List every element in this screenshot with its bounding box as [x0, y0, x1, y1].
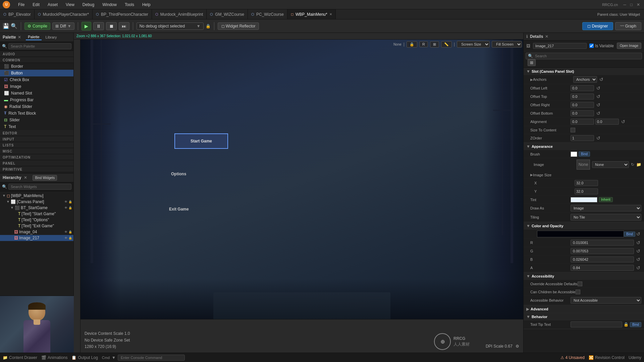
tab-pc-wiz[interactable]: ⬡ PC_WizCourse	[248, 9, 287, 19]
details-brush-swatch[interactable]	[571, 152, 577, 157]
diff-button[interactable]: ⊞ Diff ▼	[52, 22, 74, 30]
canvas-lock-btn[interactable]: 🔒	[407, 41, 417, 48]
toolbar-icon-find[interactable]: 🔍	[11, 23, 17, 29]
palette-tab-palette[interactable]: Palette	[26, 34, 41, 40]
details-is-variable-checkbox[interactable]	[589, 44, 594, 48]
hier-action-lock-img217[interactable]: 🔒	[68, 236, 72, 240]
canvas-options-widget[interactable]: Options	[171, 169, 186, 177]
cmd-input[interactable]	[118, 355, 185, 361]
palette-tab-library[interactable]: Library	[44, 35, 59, 40]
hierarchy-search-input[interactable]	[8, 184, 71, 190]
status-brand[interactable]: Udemy	[629, 355, 641, 360]
details-image-y-input[interactable]	[575, 188, 598, 194]
status-revision[interactable]: 🔀 Revision Control	[589, 355, 625, 360]
details-widget-name-input[interactable]	[533, 43, 587, 49]
details-accessibility-header[interactable]: ▼ Accessibility	[524, 273, 644, 280]
details-tint-inherit-btn[interactable]: Inherit	[599, 197, 613, 202]
details-r-reset[interactable]: ↺	[635, 240, 641, 245]
tab-murdock-player[interactable]: ⬡ MurdockPlayerCharacter*	[35, 9, 93, 19]
details-anchors-reset[interactable]: ↺	[598, 77, 604, 82]
canvas-start-game-widget[interactable]: Start Game	[174, 133, 228, 149]
details-alignment-y-input[interactable]	[595, 119, 619, 125]
details-r-input[interactable]	[571, 240, 634, 246]
canvas-screen-size-select[interactable]: Screen Size	[457, 41, 490, 48]
hier-item-text-startgame[interactable]: ▶ T [Text] "Start Game"	[0, 211, 73, 217]
hier-item-image04[interactable]: ▶ 🖼 Image_04 👁 🔒	[0, 229, 73, 235]
details-offset-top-reset[interactable]: ↺	[595, 94, 601, 99]
palette-item-progress-bar[interactable]: ▬ Progress Bar	[0, 97, 73, 103]
menu-window[interactable]: Window	[100, 2, 119, 8]
graph-button[interactable]: 〰 Graph	[615, 22, 641, 30]
details-behavior-header[interactable]: ▼ Behavior	[524, 313, 644, 320]
hier-item-wbp[interactable]: ▼ ◻ [WBP_MainMenu]	[0, 193, 73, 199]
details-offset-right-reset[interactable]: ↺	[595, 102, 601, 108]
canvas-fill-screen-select[interactable]: Fill Screen	[492, 41, 522, 48]
details-override-checkbox[interactable]	[578, 282, 582, 286]
hier-action-lock-img04[interactable]: 🔒	[68, 230, 72, 234]
details-offset-right-input[interactable]	[571, 102, 594, 108]
palette-item-slider[interactable]: ⊟ Slider	[0, 117, 73, 123]
details-close-icon[interactable]: ✕	[545, 34, 548, 39]
palette-close-icon[interactable]: ✕	[18, 35, 21, 40]
menu-debug[interactable]: Debug	[80, 2, 96, 8]
hier-action-eye-canvas[interactable]: 👁	[64, 200, 67, 203]
menu-help[interactable]: Help	[140, 2, 153, 8]
palette-item-image[interactable]: 🖼 Image	[0, 83, 73, 90]
details-image-browse-icon[interactable]: 📁	[636, 162, 641, 167]
details-behavior-select[interactable]: Not Accessible	[571, 297, 641, 304]
compile-button[interactable]: ⚙ Compile	[24, 22, 50, 30]
details-g-reset[interactable]: ↺	[635, 248, 641, 254]
canvas-ruler-btn[interactable]: 📏	[441, 41, 452, 48]
center-canvas[interactable]: Zoom +2 886 x 367 Selection: 1,021.02 x …	[74, 33, 523, 353]
menu-view[interactable]: View	[64, 2, 76, 8]
canvas-exit-game-widget[interactable]: Exit Game	[169, 204, 189, 213]
close-btn[interactable]: ✕	[635, 2, 641, 7]
hier-action-lock-bt[interactable]: 🔒	[68, 206, 72, 209]
details-g-input[interactable]	[571, 248, 634, 254]
details-slot-header[interactable]: ▼ Slot (Canvas Panel Slot)	[524, 68, 644, 75]
hier-action-eye-img04[interactable]: 👁	[64, 230, 67, 234]
details-b-reset[interactable]: ↺	[635, 257, 641, 262]
details-offset-left-reset[interactable]: ↺	[595, 85, 601, 91]
details-open-image-btn[interactable]: Open Image	[617, 43, 641, 49]
canvas-grid-btn[interactable]: ⊞	[430, 41, 439, 48]
details-tint-swatch[interactable]	[571, 197, 597, 202]
details-anchors-select[interactable]: Anchors	[573, 76, 597, 83]
details-offset-bottom-reset[interactable]: ↺	[595, 111, 601, 116]
toolbar-icon-save[interactable]: 💾	[3, 23, 9, 29]
tab-close-wbp[interactable]: ✕	[329, 12, 332, 16]
palette-item-rich-text[interactable]: Ŧ Rich Text Block	[0, 110, 73, 117]
step-button[interactable]: ⏭	[119, 22, 129, 30]
details-offset-left-input[interactable]	[571, 85, 594, 91]
details-zorder-input[interactable]	[571, 135, 594, 141]
details-offset-top-input[interactable]	[571, 94, 594, 100]
details-is-variable-label[interactable]: Is Variable	[589, 44, 614, 48]
hierarchy-close-icon[interactable]: ✕	[24, 175, 27, 180]
tab-gm-wiz[interactable]: ⬡ GM_WIZCourse	[207, 9, 248, 19]
maximize-btn[interactable]: □	[629, 2, 634, 7]
menu-tools[interactable]: Tools	[123, 2, 136, 8]
hier-action-eye-img217[interactable]: 👁	[64, 236, 67, 240]
debug-lock-icon[interactable]: 🔒	[206, 24, 211, 28]
status-animations[interactable]: 🎬 Animations	[41, 355, 67, 360]
stop-button[interactable]: ⏹	[106, 22, 117, 30]
tab-bp-elevator[interactable]: ⬡ BP_Elevator	[0, 9, 35, 19]
palette-item-checkbox[interactable]: ☑ Check Box	[0, 76, 73, 83]
tab-anim-blueprint[interactable]: ⬡ Murdock_AnimBlueprint	[152, 9, 207, 19]
debug-object-select[interactable]: No debug object selected ▼	[137, 22, 204, 30]
hier-action-lock-canvas[interactable]: 🔒	[68, 200, 72, 203]
details-image-select[interactable]: None	[592, 161, 629, 168]
details-alignment-x-input[interactable]	[571, 119, 594, 125]
details-tooltip-bind-btn[interactable]: Bind	[630, 322, 641, 327]
hier-action-eye-bt[interactable]: 👁	[64, 206, 67, 209]
details-image-x-input[interactable]	[575, 180, 598, 186]
palette-item-border[interactable]: ⬛ Border	[0, 63, 73, 70]
details-a-input[interactable]	[571, 265, 634, 271]
details-b-input[interactable]	[571, 256, 634, 262]
status-content-drawer[interactable]: 📁 Content Drawer	[3, 355, 37, 360]
status-unsaved[interactable]: ⚠ 4 Unsaved	[560, 355, 585, 360]
menu-file[interactable]: File	[16, 2, 26, 8]
details-color-header[interactable]: ▼ Color and Opacity	[524, 222, 644, 230]
details-brush-bind-btn[interactable]: Bind	[579, 152, 590, 157]
hier-item-bt-startgame[interactable]: ▼ ⬛ BT_StartGame 👁 🔒	[0, 205, 73, 211]
